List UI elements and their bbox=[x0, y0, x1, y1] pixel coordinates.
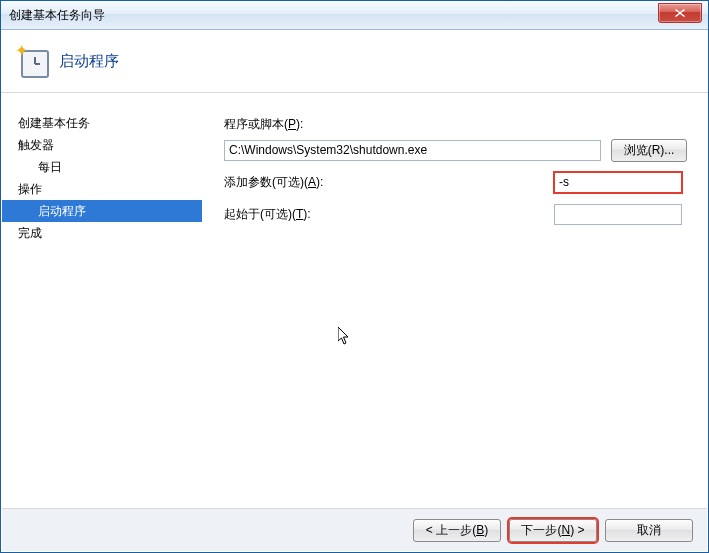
wizard-window: 创建基本任务向导 启动程序 创建基本任务 触发器 每日 操作 启动程序 完成 程… bbox=[0, 0, 709, 553]
form-panel: 程序或脚本(P): 浏览(R)... 添加参数(可选)(A): 起始于(可选)(… bbox=[202, 92, 707, 508]
step-daily[interactable]: 每日 bbox=[18, 156, 202, 178]
step-trigger[interactable]: 触发器 bbox=[18, 134, 202, 156]
cancel-button[interactable]: 取消 bbox=[605, 519, 693, 542]
start-program-icon bbox=[17, 46, 47, 76]
title-bar: 创建基本任务向导 bbox=[1, 1, 708, 30]
start-in-label: 起始于(可选)(T): bbox=[224, 206, 554, 223]
browse-button[interactable]: 浏览(R)... bbox=[611, 139, 687, 162]
start-in-input[interactable] bbox=[554, 204, 682, 225]
step-start-program[interactable]: 启动程序 bbox=[2, 200, 202, 222]
step-finish[interactable]: 完成 bbox=[18, 222, 202, 244]
add-arguments-input[interactable] bbox=[554, 172, 682, 193]
program-script-label: 程序或脚本(P): bbox=[224, 116, 554, 133]
wizard-footer: < 上一步(B) 下一步(N) > 取消 bbox=[2, 508, 707, 551]
next-button[interactable]: 下一步(N) > bbox=[509, 519, 597, 542]
step-create-basic-task[interactable]: 创建基本任务 bbox=[18, 112, 202, 134]
back-button[interactable]: < 上一步(B) bbox=[413, 519, 501, 542]
wizard-header: 启动程序 bbox=[1, 30, 708, 93]
close-icon bbox=[675, 9, 685, 17]
step-action[interactable]: 操作 bbox=[18, 178, 202, 200]
wizard-steps-sidebar: 创建基本任务 触发器 每日 操作 启动程序 完成 bbox=[2, 92, 202, 508]
wizard-body: 创建基本任务 触发器 每日 操作 启动程序 完成 程序或脚本(P): 浏览(R)… bbox=[2, 92, 707, 508]
window-title: 创建基本任务向导 bbox=[9, 7, 105, 24]
add-arguments-label: 添加参数(可选)(A): bbox=[224, 174, 554, 191]
close-button[interactable] bbox=[658, 3, 702, 23]
page-title: 启动程序 bbox=[59, 52, 119, 71]
program-script-input[interactable] bbox=[224, 140, 601, 161]
